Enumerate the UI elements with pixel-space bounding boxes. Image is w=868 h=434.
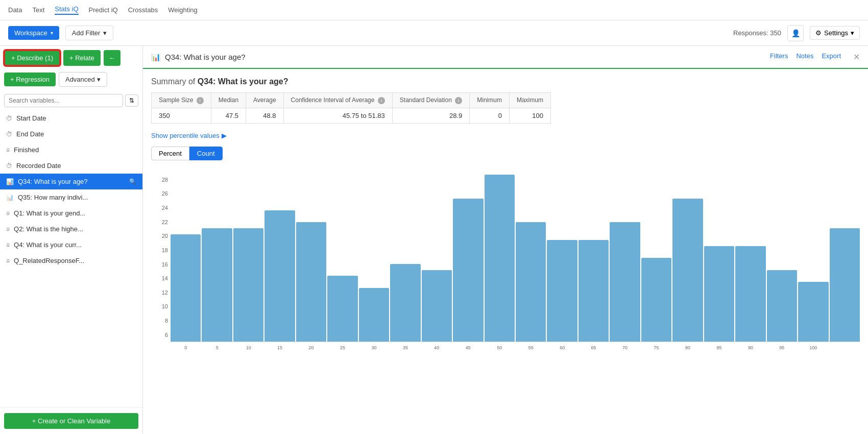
bar-20: [798, 282, 828, 342]
add-filter-button[interactable]: Add Filter ▾: [65, 26, 114, 40]
responses-count: Responses: 350: [733, 29, 781, 37]
sidebar-item-end-date[interactable]: ⏱ End Date: [0, 126, 142, 142]
settings-gear-icon: ⚙: [815, 29, 822, 37]
var-label: Recorded Date: [16, 162, 61, 170]
settings-button[interactable]: ⚙ Settings ▾: [810, 26, 860, 40]
var-label: Q_RelatedResponseF...: [14, 257, 84, 264]
relate-label: + Relate: [69, 54, 94, 62]
x-label: 50: [485, 345, 515, 350]
col-std-deviation: Standard Deviation i: [392, 93, 469, 108]
bar-0: [171, 234, 201, 342]
sidebar-item-start-date[interactable]: ⏱ Start Date: [0, 110, 142, 126]
x-axis: 0 5 10 15 20 25 30 35 40 45 50 55 60 65 …: [171, 342, 860, 353]
bar-18: [735, 246, 765, 342]
export-link[interactable]: Export: [822, 52, 841, 62]
nav-weighting[interactable]: Weighting: [168, 6, 198, 14]
var-label: Q4: What is your curr...: [14, 241, 82, 249]
sidebar-item-q1[interactable]: ≡ Q1: What is your gend...: [0, 205, 142, 221]
sidebar-item-q2[interactable]: ≡ Q2: What is the highe...: [0, 221, 142, 237]
x-label: 25: [327, 345, 357, 350]
bar-1: [202, 228, 232, 342]
bar-12: [547, 240, 577, 341]
advanced-button[interactable]: Advanced ▾: [59, 72, 107, 87]
ci-label: Confidence Interval of Average: [291, 97, 375, 104]
bar-chart-light-icon: 📊: [6, 194, 14, 201]
y-label: 22: [162, 219, 168, 225]
y-label: 12: [162, 290, 168, 296]
notes-link[interactable]: Notes: [796, 52, 813, 62]
x-label: 0: [171, 345, 201, 350]
percent-toggle[interactable]: Percent: [151, 147, 189, 160]
nav-text[interactable]: Text: [32, 6, 44, 14]
settings-chevron-icon: ▾: [851, 29, 854, 37]
bar-8: [422, 270, 452, 342]
clock-icon: ⏱: [6, 162, 12, 170]
sidebar-item-q-related[interactable]: ≡ Q_RelatedResponseF...: [0, 253, 142, 269]
var-label: Q34: What is your age?: [18, 178, 88, 185]
regression-button[interactable]: + Regression: [4, 73, 56, 86]
bar-4: [296, 222, 326, 341]
sidebar-item-q34[interactable]: 📊 Q34: What is your age? 🔍 ◀: [0, 174, 142, 189]
workspace-chevron-icon: ▾: [51, 30, 53, 36]
sidebar-item-q4[interactable]: ≡ Q4: What is your curr...: [0, 237, 142, 253]
list-icon: ≡: [6, 242, 10, 249]
create-variable-button[interactable]: + Create or Clean Variable: [4, 413, 138, 429]
y-label: 16: [162, 261, 168, 268]
var-label: End Date: [16, 130, 44, 138]
content-area: 📊 Q34: What is your age? Filters Notes E…: [143, 46, 868, 434]
ci-info-icon[interactable]: i: [378, 97, 385, 104]
bar-15: [641, 258, 671, 342]
y-label: 8: [165, 318, 168, 324]
cell-sample-size: 350: [152, 108, 211, 123]
sidebar-item-q35[interactable]: 📊 Q35: How many indivi...: [0, 189, 142, 205]
user-icon: 👤: [791, 29, 800, 37]
show-percentile-button[interactable]: Show percentile values ▶: [151, 132, 860, 139]
bar-chart-icon: 📊: [6, 178, 14, 185]
std-dev-info-icon[interactable]: i: [455, 97, 462, 104]
chart-container: 28 26 24 22 20 18 16 14 12 10 8 6: [143, 175, 868, 364]
add-filter-label: Add Filter: [72, 29, 101, 37]
sidebar-item-recorded-date[interactable]: ⏱ Recorded Date: [0, 158, 142, 174]
summary-prefix: Summary of: [151, 77, 198, 86]
search-input[interactable]: [4, 94, 123, 107]
close-button[interactable]: ✕: [853, 52, 860, 62]
var-label: Q2: What is the highe...: [14, 225, 83, 233]
nav-data[interactable]: Data: [8, 6, 22, 14]
y-label: 28: [162, 177, 168, 183]
nav-predictiq[interactable]: Predict iQ: [89, 6, 118, 14]
cell-confidence-interval: 45.75 to 51.83: [283, 108, 392, 123]
content-header: 📊 Q34: What is your age? Filters Notes E…: [143, 46, 868, 69]
user-icon-button[interactable]: 👤: [787, 25, 804, 41]
filters-link[interactable]: Filters: [770, 52, 788, 62]
nav-statsiq[interactable]: Stats iQ: [55, 5, 78, 15]
relate-button[interactable]: + Relate: [63, 50, 101, 66]
list-icon: ≡: [6, 257, 10, 264]
advanced-label: Advanced: [65, 76, 95, 83]
x-label: 75: [641, 345, 671, 350]
summary-section: Summary of Q34: What is your age? Sample…: [143, 69, 868, 175]
describe-button[interactable]: + Describe (1): [4, 50, 60, 66]
sample-size-label: Sample Size: [159, 97, 193, 104]
cell-maximum: 100: [509, 108, 550, 123]
nav-crosstabs[interactable]: Crosstabs: [128, 6, 158, 14]
summary-question: Q34: What is your age?: [198, 77, 288, 86]
question-title-area: 📊 Q34: What is your age?: [151, 53, 770, 62]
col-average: Average: [246, 93, 283, 108]
list-icon: ≡: [6, 226, 10, 233]
x-label: 100: [798, 345, 828, 350]
sidebar-item-finished[interactable]: ≡ Finished: [0, 142, 142, 158]
toolbar: Workspace ▾ Add Filter ▾ Responses: 350 …: [0, 20, 868, 46]
sort-icon: ⇅: [129, 97, 134, 104]
bars-container: [171, 175, 860, 342]
count-toggle[interactable]: Count: [189, 147, 223, 160]
workspace-button[interactable]: Workspace ▾: [8, 26, 59, 40]
summary-title: Summary of Q34: What is your age?: [151, 77, 860, 86]
sort-button[interactable]: ⇅: [125, 94, 138, 107]
x-label: 5: [202, 345, 232, 350]
arrow-button[interactable]: ←: [104, 50, 120, 66]
bar-10: [485, 175, 515, 342]
var-label: Start Date: [16, 114, 46, 122]
sample-size-info-icon[interactable]: i: [197, 97, 204, 104]
settings-label: Settings: [824, 29, 848, 37]
var-label: Q1: What is your gend...: [14, 209, 85, 217]
